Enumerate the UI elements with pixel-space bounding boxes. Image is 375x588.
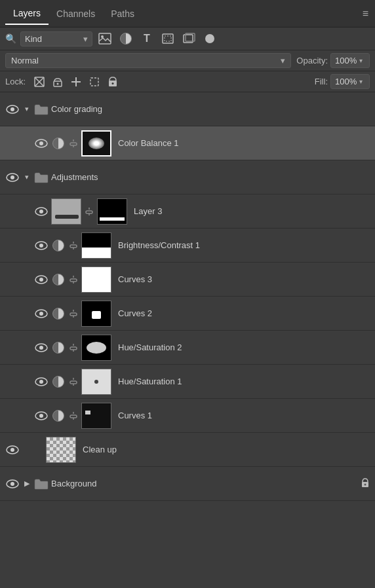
layer-row[interactable]: Layer 3 [0, 194, 375, 229]
tab-bar: Layers Channels Paths ≡ [0, 0, 375, 28]
layer-name: Clean up [83, 445, 370, 454]
link-icon [68, 238, 79, 253]
filter-image-icon[interactable] [96, 31, 113, 46]
svg-point-6 [205, 34, 214, 43]
opacity-input[interactable]: 100% ▾ [330, 53, 370, 68]
lock-row: Lock: Fill: 100% ▾ [0, 71, 375, 92]
svg-point-40 [10, 482, 14, 486]
layer-name: Hue/Saturation 1 [118, 377, 370, 386]
lock-artboard-button[interactable] [87, 75, 102, 89]
opacity-arrow: ▾ [359, 57, 363, 64]
layer-name: Hue/Saturation 2 [118, 342, 370, 352]
filter-adjustment-icon[interactable] [117, 31, 134, 46]
visibility-toggle[interactable] [34, 272, 49, 287]
visibility-toggle[interactable] [5, 477, 20, 491]
visibility-toggle[interactable] [5, 443, 20, 457]
layer-name: Color grading [51, 104, 370, 114]
expand-button[interactable]: ▾ [22, 173, 31, 182]
svg-rect-14 [90, 78, 98, 86]
blend-mode-select[interactable]: Normal ▾ [5, 53, 291, 68]
fill-section: Fill: 100% ▾ [315, 74, 370, 89]
layer-thumbnail [51, 198, 81, 225]
svg-point-18 [10, 107, 14, 111]
layer-row[interactable]: Color Balance 1 [0, 126, 375, 160]
layer-thumbnail [81, 130, 111, 156]
layer-row[interactable]: ▾ Adjustments [0, 160, 375, 194]
svg-point-34 [39, 380, 43, 384]
svg-rect-2 [163, 34, 173, 43]
layer-name: Background [51, 479, 358, 488]
layer-name: Color Balance 1 [118, 138, 370, 148]
link-icon [68, 409, 79, 423]
blend-opacity-row: Normal ▾ Opacity: 100% ▾ [0, 50, 375, 71]
fill-input[interactable]: 100% ▾ [330, 74, 370, 89]
visibility-toggle[interactable] [34, 136, 49, 151]
layer-thumbnail [81, 301, 111, 327]
link-icon [68, 272, 79, 287]
search-icon: 🔍 [5, 33, 16, 44]
filter-smart-icon[interactable] [180, 31, 197, 46]
filter-pixel-icon[interactable] [201, 31, 218, 46]
tab-paths[interactable]: Paths [103, 3, 142, 24]
kind-select[interactable]: Kind ▾ [20, 31, 92, 46]
folder-icon [34, 477, 49, 491]
visibility-toggle[interactable] [34, 409, 49, 423]
lock-pixels-button[interactable] [50, 75, 65, 89]
layer-row[interactable]: ▶ Background [0, 467, 375, 501]
layer-name: Curves 2 [118, 308, 370, 318]
visibility-toggle[interactable] [34, 204, 49, 219]
link-icon [68, 375, 79, 389]
visibility-toggle[interactable] [5, 102, 20, 117]
visibility-toggle[interactable] [34, 238, 49, 253]
visibility-toggle[interactable] [34, 375, 49, 389]
layer-thumbnail [81, 369, 111, 395]
adjustment-icon [51, 409, 66, 423]
svg-point-16 [112, 83, 114, 84]
filter-shape-icon[interactable] [159, 31, 176, 46]
layer-name: Layer 3 [134, 206, 370, 216]
layer-row[interactable]: Curves 3 [0, 263, 375, 297]
layer-row[interactable]: Brightness/Contrast 1 [0, 229, 375, 263]
layers-list: ▾ Color grading Color Balance 1 [0, 92, 375, 588]
lock-position-button[interactable] [69, 75, 83, 89]
layer-row[interactable]: Clean up [0, 433, 375, 467]
svg-point-36 [39, 414, 43, 418]
visibility-toggle[interactable] [34, 306, 49, 321]
layer-thumbnail [46, 437, 76, 463]
layer-row[interactable]: ▾ Color grading [0, 92, 375, 126]
layer-row[interactable]: Curves 1 [0, 399, 375, 433]
layer-row[interactable]: Hue/Saturation 2 [0, 331, 375, 365]
svg-point-20 [39, 141, 43, 145]
filter-text-icon[interactable]: T [138, 31, 155, 46]
expand-button[interactable]: ▶ [22, 479, 31, 488]
layer-row[interactable]: Hue/Saturation 1 [0, 365, 375, 399]
layer-thumbnail [81, 266, 111, 293]
lock-transparent-button[interactable] [32, 75, 47, 89]
lock-all-button[interactable] [106, 75, 120, 89]
folder-icon [34, 102, 49, 117]
layer-name: Curves 3 [118, 274, 370, 284]
layer-mask-thumbnail [97, 198, 127, 225]
fill-arrow: ▾ [359, 78, 363, 85]
tab-channels[interactable]: Channels [49, 3, 103, 24]
link-icon [68, 136, 79, 151]
adjustment-icon [51, 238, 66, 253]
link-icon [68, 306, 79, 321]
visibility-toggle[interactable] [5, 170, 20, 185]
filter-row: 🔍 Kind ▾ T [0, 28, 375, 50]
adjustment-icon [51, 272, 66, 287]
svg-rect-3 [165, 36, 171, 41]
svg-point-30 [39, 312, 43, 316]
layer-row[interactable]: Curves 2 [0, 297, 375, 331]
layer-name: Brightness/Contrast 1 [118, 240, 370, 250]
layer-thumbnail [81, 335, 111, 361]
expand-button[interactable]: ▾ [22, 105, 31, 114]
layer-thumbnail [81, 232, 111, 259]
visibility-toggle[interactable] [34, 340, 49, 355]
panel-menu-button[interactable]: ≡ [363, 8, 370, 20]
adjustment-icon [51, 306, 66, 321]
tab-layers[interactable]: Layers [5, 3, 49, 25]
layer-thumbnail [81, 403, 111, 429]
adjustment-icon [51, 136, 66, 151]
svg-point-32 [39, 346, 43, 350]
